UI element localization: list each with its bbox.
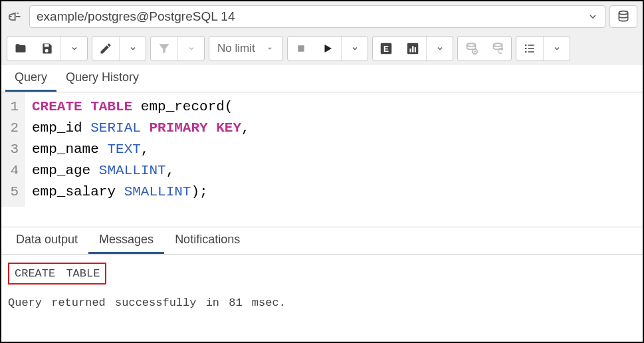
tab-notifications[interactable]: Notifications (164, 227, 251, 254)
editor-tabs: Query Query History (1, 65, 643, 92)
commit-button[interactable] (458, 37, 484, 60)
edit-dropdown[interactable] (119, 37, 146, 60)
explain-dropdown[interactable] (426, 37, 453, 60)
svg-rect-1 (298, 45, 304, 51)
macro-button[interactable] (516, 37, 543, 60)
connection-label: example/postgres@PostgreSQL 14 (37, 9, 235, 24)
chevron-down-icon (588, 11, 598, 22)
limit-select[interactable]: No limit (209, 37, 282, 60)
plug-icon (7, 7, 25, 26)
rollback-button[interactable] (484, 37, 511, 60)
toolbar: No limit E (1, 32, 643, 65)
save-dropdown[interactable] (60, 37, 87, 60)
connection-bar: example/postgres@PostgreSQL 14 (1, 1, 643, 32)
macro-dropdown[interactable] (543, 37, 570, 60)
output-tabs: Data output Messages Notifications (1, 227, 643, 255)
execute-dropdown[interactable] (341, 37, 368, 60)
line-gutter: 12345 (1, 92, 25, 207)
explain-analyze-button[interactable] (399, 37, 426, 60)
save-button[interactable] (34, 37, 60, 60)
stop-button[interactable] (288, 37, 314, 60)
server-button[interactable] (609, 5, 637, 28)
filter-button[interactable] (151, 37, 177, 60)
svg-rect-6 (412, 46, 413, 52)
explain-button[interactable]: E (373, 37, 399, 60)
svg-rect-7 (415, 47, 416, 52)
tab-messages[interactable]: Messages (88, 227, 164, 254)
svg-text:E: E (383, 45, 389, 54)
sql-editor[interactable]: 12345 CREATE TABLE emp_record(emp_id SER… (1, 92, 643, 207)
svg-rect-5 (409, 49, 411, 53)
result-message: CREATE TABLE (8, 263, 106, 285)
filter-dropdown[interactable] (177, 37, 204, 60)
limit-label: No limit (217, 42, 255, 55)
status-message: Query returned successfully in 81 msec. (8, 296, 636, 309)
tab-query-history[interactable]: Query History (56, 65, 148, 92)
open-file-button[interactable] (7, 37, 34, 60)
connection-select[interactable]: example/postgres@PostgreSQL 14 (29, 5, 605, 28)
svg-point-10 (494, 43, 502, 47)
tab-query[interactable]: Query (5, 65, 56, 92)
svg-point-0 (619, 11, 627, 15)
execute-button[interactable] (314, 37, 341, 60)
messages-panel: CREATE TABLE Query returned successfully… (1, 255, 643, 317)
tab-data-output[interactable]: Data output (5, 227, 88, 254)
edit-button[interactable] (92, 37, 119, 60)
code-area[interactable]: CREATE TABLE emp_record(emp_id SERIAL PR… (25, 92, 257, 207)
svg-point-8 (467, 43, 476, 47)
